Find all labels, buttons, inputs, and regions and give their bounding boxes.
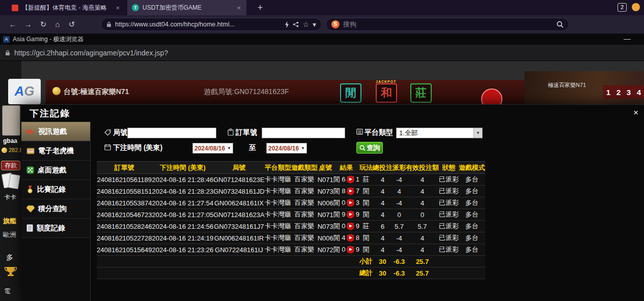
tab-sports[interactable]: 【新提醒】体育电竞 - 海燕策略 × <box>7 0 125 15</box>
tab-close-icon[interactable]: × <box>236 4 242 12</box>
bet-banker-button[interactable]: 莊 <box>410 83 432 103</box>
table-pager[interactable]: 1 2 3 4 <box>603 85 644 99</box>
deposit-button[interactable]: 存款 <box>1 161 20 170</box>
tag-icon <box>104 129 111 136</box>
refresh-icon[interactable]: ↻ <box>37 15 50 34</box>
game-type-cell: 百家樂 <box>291 232 318 244</box>
platform-cell: 卡卡灣廳 <box>265 244 291 256</box>
table-no-cell: N073 <box>318 186 333 197</box>
search-icon[interactable] <box>556 21 564 28</box>
replay-video-icon[interactable] <box>347 188 354 195</box>
subtotal-row-cell <box>213 256 264 267</box>
order-no-input[interactable] <box>262 128 345 138</box>
sidebar-item-slots[interactable]: 777 電子老虎機 <box>21 141 90 161</box>
tab-close-icon[interactable]: × <box>115 4 121 12</box>
replay-video-icon[interactable] <box>347 199 354 207</box>
platform-cell: 卡卡灣廳 <box>265 174 291 186</box>
total-bet-cell: 4 <box>373 174 393 186</box>
total-bet-cell: 4 <box>373 209 393 221</box>
pager-2[interactable]: 2 <box>617 88 621 97</box>
replay-video-icon[interactable] <box>347 223 354 230</box>
game-mode-cell: 多台 <box>459 244 485 256</box>
inner-url-text[interactable]: https://gci.2hhapi.com/agingame/pcv1/ind… <box>14 49 168 57</box>
chevron-down-icon[interactable]: ▾ <box>313 20 316 28</box>
hall-label-kaka[interactable]: 卡卡 <box>4 193 16 202</box>
game-mode-cell: 多台 <box>459 221 485 232</box>
share-icon[interactable] <box>293 21 299 27</box>
sidebar-item-video-games[interactable]: 視訊遊戲 <box>21 122 90 141</box>
tab-count-badge[interactable]: 2 <box>618 3 627 12</box>
multi-table-label[interactable]: 多 <box>6 253 13 262</box>
round-no-input[interactable] <box>127 128 216 138</box>
search-engine-label[interactable]: 搜狗 <box>343 20 553 29</box>
sogou-logo-icon: S <box>331 20 340 28</box>
tab-title: USDT加密货币GAME <box>143 4 232 12</box>
total-row-cell <box>318 267 333 279</box>
game-mode-cell: 多台 <box>459 186 485 197</box>
home-icon[interactable]: ⌂ <box>51 15 64 34</box>
lightning-icon[interactable] <box>285 21 289 28</box>
bookmark-star-icon[interactable]: ☆ <box>302 20 309 28</box>
date-to-value: 2024/08/16 <box>268 145 299 152</box>
hall-label-flagship[interactable]: 旗艦 <box>3 217 16 226</box>
replay-video-icon[interactable] <box>347 246 354 254</box>
date-from-value: 2024/08/16 <box>194 145 225 152</box>
close-icon[interactable]: × <box>633 108 638 117</box>
column-header: 桌號 <box>318 162 333 174</box>
pager-3[interactable]: 3 <box>627 88 631 97</box>
browser-tab-bar: 【新提醒】体育电竞 - 海燕策略 × T USDT加密货币GAME × + 2 <box>0 0 644 15</box>
pager-1[interactable]: 1 <box>606 88 610 97</box>
subtotal-row-cell <box>459 256 485 267</box>
hall-label-europe[interactable]: 歐洲 <box>3 230 16 239</box>
date-to-picker[interactable]: 2024/08/16 <box>266 143 307 154</box>
replay-video-icon[interactable] <box>347 234 354 242</box>
new-tab-button[interactable]: + <box>254 1 267 14</box>
url-text[interactable]: https://www.usdt04.com/hhcp/home.html... <box>115 21 281 28</box>
inner-url-bar[interactable]: https://gci.2hhapi.com/agingame/pcv1/ind… <box>0 45 644 61</box>
round-no-cell: GN073248161J7 <box>213 221 264 232</box>
sidebar-item-points-inquiry[interactable]: 積分查詢 <box>21 199 90 219</box>
tab-usdt-game[interactable]: T USDT加密货币GAME × <box>127 0 246 15</box>
slots-label[interactable]: 電 <box>4 287 11 296</box>
bet-records-modal: 下注記錄 × 視訊遊戲 777 電子老虎機 桌面遊戲 比賽記錄 <box>21 104 644 301</box>
platform-cell: 卡卡灣廳 <box>265 197 291 209</box>
sidebar-item-match-records[interactable]: 比賽記錄 <box>21 180 90 199</box>
play-type-cell: 閒 <box>359 186 373 197</box>
subtotal-row-valid-bet: 25.7 <box>406 256 439 267</box>
trophy-icon[interactable] <box>4 266 17 278</box>
address-bar: ← → ↻ ⌂ ↺ https://www.usdt04.com/hhcp/ho… <box>0 15 644 34</box>
search-field[interactable]: S 搜狗 <box>326 18 569 31</box>
history-icon[interactable]: ↺ <box>65 15 78 34</box>
replay-video-icon[interactable] <box>347 211 354 219</box>
total-row-cell <box>213 267 264 279</box>
sidebar-item-quota-records[interactable]: 額度記錄 <box>21 219 90 238</box>
back-icon[interactable]: ← <box>6 15 19 34</box>
sidebar-item-table-games[interactable]: 桌面遊戲 <box>21 161 90 180</box>
tab-title: 【新提醒】体育电竞 - 海燕策略 <box>22 4 111 12</box>
table-number-label: 台號:極速百家樂N71 <box>64 87 129 97</box>
play-type-cell: 閒 <box>359 209 373 221</box>
url-field[interactable]: https://www.usdt04.com/hhcp/home.html...… <box>101 18 322 31</box>
bet-tie-button[interactable]: 和 <box>376 83 397 103</box>
platform-type-select[interactable]: 1.全部 ▼ <box>396 128 483 138</box>
total-bet-cell: 4 <box>373 197 393 209</box>
status-cell: 已派彩 <box>439 186 459 197</box>
browser-apps-icon[interactable] <box>632 3 640 11</box>
order-no-cell: 240816210522728 <box>97 232 152 244</box>
bet-time-cell: 2024-08-16 21:24:56 <box>152 221 213 232</box>
minimize-button[interactable]: — <box>624 34 631 45</box>
order-no-label: 訂單號 <box>236 128 257 137</box>
total-row-valid-bet: 25.7 <box>406 267 439 279</box>
result-cell: 閒 6 莊 1 <box>333 174 359 186</box>
date-from-picker[interactable]: 2024/08/16 <box>192 143 233 154</box>
pager-4[interactable]: 4 <box>637 88 641 97</box>
query-button[interactable]: 查詢 <box>356 142 383 154</box>
playing-card-graphic <box>8 174 20 190</box>
bet-player-button[interactable]: 閒 <box>340 83 361 103</box>
forward-icon[interactable]: → <box>21 15 35 34</box>
sidebar-item-label: 視訊遊戲 <box>38 127 67 136</box>
table-no-cell: N071 <box>318 174 333 186</box>
column-header: 玩法 <box>359 162 373 174</box>
replay-video-icon[interactable] <box>347 176 354 184</box>
order-no-cell: 240816210515649 <box>97 244 152 256</box>
